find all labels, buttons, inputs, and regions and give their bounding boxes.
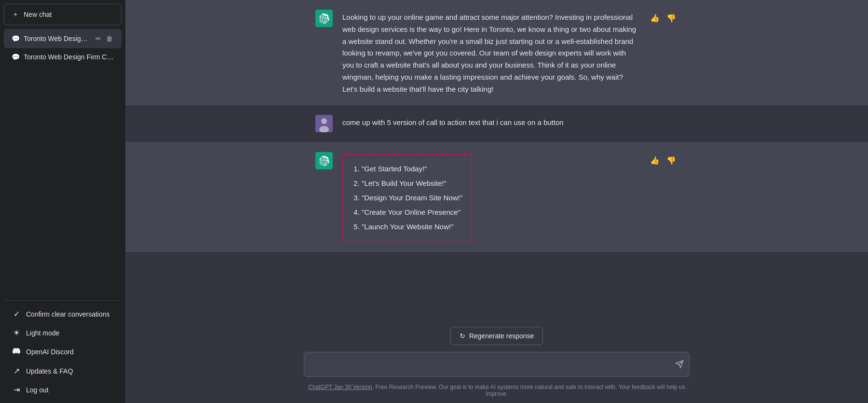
gpt-avatar-3 [315, 152, 333, 169]
cta-item-5: "Launch Your Website Now!" [362, 220, 462, 234]
message-text-1: Looking to up your online game and attra… [342, 10, 638, 95]
sidebar: ＋ New chat 💬 Toronto Web Design SI ✏ 🗑 💬… [0, 0, 125, 403]
message-row-2: come up with 5 version of call to action… [125, 105, 868, 142]
sidebar-divider [4, 300, 122, 301]
log-out-action[interactable]: ⇥ Log out [4, 380, 122, 399]
message-inner-2: come up with 5 version of call to action… [304, 115, 690, 132]
chat-area: Looking to up your online game and attra… [125, 0, 868, 319]
cta-list-box: "Get Started Today!" "Let's Build Your W… [342, 154, 472, 242]
sidebar-item-conv1[interactable]: 💬 Toronto Web Design SI ✏ 🗑 [4, 29, 122, 48]
message-row-1: Looking to up your online game and attra… [125, 0, 868, 105]
logout-icon: ⇥ [12, 385, 21, 394]
checkmark-icon: ✓ [12, 309, 21, 319]
updates-faq-label: Updates & FAQ [26, 367, 73, 375]
regenerate-label: Regenerate response [469, 332, 534, 340]
chat-history: 💬 Toronto Web Design SI ✏ 🗑 💬 Toronto We… [4, 29, 122, 296]
confirm-clear-label: Confirm clear conversations [26, 310, 110, 318]
gpt-avatar-1 [315, 10, 333, 27]
cta-item-1: "Get Started Today!" [362, 162, 462, 176]
plus-icon: ＋ [12, 10, 19, 19]
chat-icon: 💬 [12, 35, 20, 42]
thumbs-down-3[interactable]: 👎 [665, 154, 678, 167]
sidebar-item-conv2[interactable]: 💬 Toronto Web Design Firm CTA [4, 48, 122, 66]
message-inner-3: "Get Started Today!" "Let's Build Your W… [304, 152, 690, 242]
discord-action[interactable]: OpenAI Discord [4, 342, 122, 361]
bottom-area: ↻ Regenerate response ChatGPT Jan 30 Ver… [125, 319, 868, 403]
msg2-text: come up with 5 version of call to action… [342, 118, 564, 126]
send-button[interactable] [675, 360, 684, 371]
conv1-title: Toronto Web Design SI [24, 35, 91, 42]
cta-item-4: "Create Your Online Presence" [362, 205, 462, 220]
message-text-3: "Get Started Today!" "Let's Build Your W… [342, 152, 638, 242]
delete-conv1-button[interactable]: 🗑 [105, 34, 114, 43]
svg-point-1 [321, 118, 327, 124]
message-row-3: "Get Started Today!" "Let's Build Your W… [125, 142, 868, 252]
thumbs-down-1[interactable]: 👎 [665, 12, 678, 25]
new-chat-label: New chat [24, 11, 52, 18]
external-link-icon: ↗ [12, 366, 21, 375]
cta-item-2: "Let's Build Your Website!" [362, 176, 462, 191]
cta-ordered-list: "Get Started Today!" "Let's Build Your W… [352, 162, 462, 234]
light-mode-action[interactable]: ☀ Light mode [4, 323, 122, 342]
sidebar-bottom: ✓ Confirm clear conversations ☀ Light mo… [4, 305, 122, 399]
main-content: Looking to up your online game and attra… [125, 0, 868, 403]
message-text-2: come up with 5 version of call to action… [342, 115, 678, 129]
thumbs-up-1[interactable]: 👍 [648, 12, 662, 25]
message-actions-3: 👍 👎 [648, 152, 678, 167]
edit-conv1-button[interactable]: ✏ [95, 34, 102, 43]
msg1-text: Looking to up your online game and attra… [342, 13, 636, 93]
message-actions-1: 👍 👎 [648, 10, 678, 25]
footer-text: ChatGPT Jan 30 Version. Free Research Pr… [304, 384, 690, 403]
updates-faq-action[interactable]: ↗ Updates & FAQ [4, 361, 122, 380]
log-out-label: Log out [26, 386, 49, 394]
thumbs-up-3[interactable]: 👍 [648, 154, 662, 167]
regenerate-icon: ↻ [460, 332, 465, 340]
discord-icon [12, 347, 21, 357]
chat-icon2: 💬 [12, 53, 20, 61]
sun-icon: ☀ [12, 328, 21, 337]
footer-description: . Free Research Preview. Our goal is to … [372, 384, 685, 397]
footer-link[interactable]: ChatGPT Jan 30 Version [308, 384, 372, 390]
user-avatar [315, 115, 333, 132]
light-mode-label: Light mode [26, 329, 59, 337]
chat-input[interactable] [304, 352, 690, 377]
input-row [304, 352, 690, 379]
discord-label: OpenAI Discord [26, 348, 74, 356]
new-chat-button[interactable]: ＋ New chat [4, 4, 122, 25]
confirm-clear-action[interactable]: ✓ Confirm clear conversations [4, 305, 122, 323]
conv2-title: Toronto Web Design Firm CTA [24, 53, 114, 61]
cta-item-3: "Design Your Dream Site Now!" [362, 191, 462, 205]
regenerate-button[interactable]: ↻ Regenerate response [450, 327, 543, 345]
message-inner-1: Looking to up your online game and attra… [304, 10, 690, 95]
conv1-actions: ✏ 🗑 [95, 34, 114, 43]
